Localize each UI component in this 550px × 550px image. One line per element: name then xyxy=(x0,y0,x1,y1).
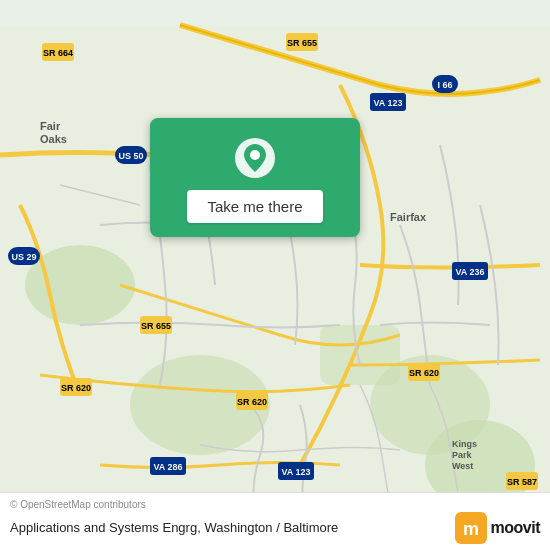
svg-text:SR 620: SR 620 xyxy=(61,383,91,393)
svg-text:Park: Park xyxy=(452,450,473,460)
svg-text:m: m xyxy=(463,519,479,539)
svg-text:VA 286: VA 286 xyxy=(153,462,182,472)
svg-text:SR 655: SR 655 xyxy=(141,321,171,331)
svg-text:SR 655: SR 655 xyxy=(287,38,317,48)
svg-text:Kings: Kings xyxy=(452,439,477,449)
svg-text:VA 236: VA 236 xyxy=(455,267,484,277)
svg-text:SR 620: SR 620 xyxy=(237,397,267,407)
svg-text:Fairfax: Fairfax xyxy=(390,211,427,223)
svg-point-41 xyxy=(250,150,260,160)
map-container: SR 664 SR 655 I 66 VA 123 US 50 Fair Oak… xyxy=(0,0,550,550)
navigation-card: Take me there xyxy=(150,118,360,237)
svg-text:West: West xyxy=(452,461,473,471)
take-me-there-button[interactable]: Take me there xyxy=(187,190,322,223)
svg-text:SR 620: SR 620 xyxy=(409,368,439,378)
svg-text:VA 123: VA 123 xyxy=(281,467,310,477)
place-name: Applications and Systems Engrg, Washingt… xyxy=(10,520,455,537)
map-attribution: © OpenStreetMap contributors xyxy=(10,499,540,510)
svg-rect-5 xyxy=(320,325,400,385)
svg-text:US 50: US 50 xyxy=(118,151,143,161)
moovit-logo: m moovit xyxy=(455,512,540,544)
bottom-info-bar: © OpenStreetMap contributors Application… xyxy=(0,492,550,550)
location-pin-icon xyxy=(233,136,277,180)
svg-text:Oaks: Oaks xyxy=(40,133,67,145)
moovit-brand-text: moovit xyxy=(491,519,540,537)
moovit-icon: m xyxy=(455,512,487,544)
svg-text:SR 664: SR 664 xyxy=(43,48,73,58)
svg-text:Fair: Fair xyxy=(40,120,61,132)
svg-text:I 66: I 66 xyxy=(437,80,452,90)
map-background: SR 664 SR 655 I 66 VA 123 US 50 Fair Oak… xyxy=(0,0,550,550)
svg-text:US 29: US 29 xyxy=(11,252,36,262)
svg-text:SR 587: SR 587 xyxy=(507,477,537,487)
svg-text:VA 123: VA 123 xyxy=(373,98,402,108)
